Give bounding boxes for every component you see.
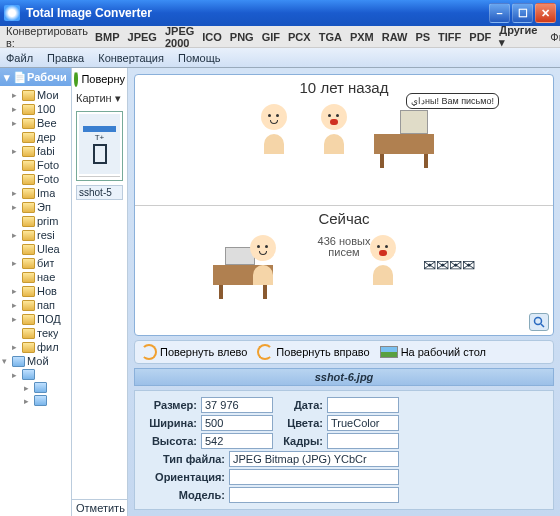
folder-icon [22, 244, 35, 255]
thumbnail-footer [79, 176, 120, 178]
folder-icon [22, 160, 35, 171]
thumbnail-mode-label[interactable]: Картин ▾ [72, 90, 127, 107]
close-button[interactable]: ✕ [535, 3, 556, 23]
preview-title-top: 10 лет назад [300, 79, 389, 96]
thumbnail-image: T+ [79, 114, 120, 174]
tree-item[interactable]: ▸ПОД [0, 312, 71, 326]
menu-file[interactable]: Файл [6, 52, 33, 64]
mark-button[interactable]: Отметить [72, 499, 127, 516]
filter-label: Фильтр: [550, 31, 560, 43]
folder-icon [34, 382, 47, 393]
height-label: Высота: [143, 435, 197, 447]
tree-item[interactable]: дер [0, 130, 71, 144]
preview-title-bottom: Сейчас [318, 210, 369, 227]
tree-item[interactable]: Foto [0, 158, 71, 172]
tree-item[interactable]: Foto [0, 172, 71, 186]
orientation-label: Ориентация: [143, 471, 225, 483]
titlebar: Total Image Converter – ☐ ✕ [0, 0, 560, 26]
folder-icon [22, 90, 35, 101]
tree-item[interactable]: ▸пап [0, 298, 71, 312]
tree-item[interactable]: ▸fabi [0, 144, 71, 158]
set-wallpaper-button[interactable]: На рабочий стол [380, 346, 486, 358]
folder-icon [22, 146, 35, 157]
folder-icon [22, 328, 35, 339]
folder-icon [22, 216, 35, 227]
folder-tree-panel: ▾ 📄 Рабочи ▸Мои▸100▸Beeдер▸fabiFotoFoto▸… [0, 68, 72, 516]
folder-icon [22, 314, 35, 325]
tree-item[interactable]: ▸Эп [0, 200, 71, 214]
tree-item[interactable]: ▸resi [0, 228, 71, 242]
tree-item[interactable]: ▸ [0, 394, 71, 407]
frames-field[interactable] [327, 433, 399, 449]
tree-item[interactable]: ▸фил [0, 340, 71, 354]
thumbnail-item[interactable]: T+ [76, 111, 123, 181]
thumbnail-panel: Поверну Картин ▾ T+ sshot-5 Отметить [72, 68, 128, 516]
refresh-button[interactable]: Поверну [72, 68, 127, 90]
format-pxm[interactable]: PXM [349, 31, 375, 43]
menu-convert[interactable]: Конвертация [98, 52, 164, 64]
thumbnail-filename[interactable]: sshot-5 [76, 185, 123, 200]
folder-icon [22, 369, 35, 380]
tree-item[interactable]: теку [0, 326, 71, 340]
tree-item[interactable]: ▸ [0, 381, 71, 394]
format-ico[interactable]: ICO [201, 31, 223, 43]
tree-item[interactable]: Ulea [0, 242, 71, 256]
folder-icon [22, 258, 35, 269]
format-pcx[interactable]: PCX [287, 31, 312, 43]
format-pdf[interactable]: PDF [468, 31, 492, 43]
date-label: Дата: [277, 399, 323, 411]
height-field[interactable] [201, 433, 273, 449]
svg-point-0 [535, 318, 542, 325]
tree-item[interactable]: ▸ [0, 368, 71, 381]
format-tiff[interactable]: TIFF [437, 31, 462, 43]
filetype-field[interactable] [229, 451, 399, 467]
tree-item[interactable]: ▸Мои [0, 88, 71, 102]
colors-label: Цвета: [277, 417, 323, 429]
refresh-icon [74, 71, 78, 87]
colors-field[interactable] [327, 415, 399, 431]
cartoon-desk [374, 134, 434, 154]
rotate-left-button[interactable]: Повернуть влево [141, 344, 247, 360]
folder-icon [22, 188, 35, 199]
tree-item[interactable]: ▾Мой [0, 354, 71, 368]
tree-item[interactable]: ▸Ima [0, 186, 71, 200]
app-icon [4, 5, 20, 21]
folder-icon [22, 174, 35, 185]
properties-panel: Размер: Дата: Ширина: Цвета: Высота: Кад… [134, 390, 554, 510]
menu-help[interactable]: Помощь [178, 52, 221, 64]
format-tga[interactable]: TGA [318, 31, 343, 43]
orientation-field[interactable] [229, 469, 399, 485]
rotate-right-button[interactable]: Повернуть вправо [257, 344, 369, 360]
format-jpeg2000[interactable]: JPEG 2000 [164, 25, 195, 49]
minimize-button[interactable]: – [489, 3, 510, 23]
action-bar: Повернуть влево Повернуть вправо На рабо… [134, 340, 554, 364]
folder-icon [22, 104, 35, 115]
tree-item[interactable]: ▸Нов [0, 284, 71, 298]
menu-edit[interactable]: Правка [47, 52, 84, 64]
format-jpeg[interactable]: JPEG [127, 31, 158, 43]
width-field[interactable] [201, 415, 273, 431]
tree-item[interactable]: ▸100 [0, 102, 71, 116]
format-png[interactable]: PNG [229, 31, 255, 43]
folder-icon [22, 132, 35, 143]
tree-item[interactable]: ▸бит [0, 256, 71, 270]
format-bmp[interactable]: BMP [94, 31, 120, 43]
model-field[interactable] [229, 487, 399, 503]
cartoon-person [243, 235, 283, 285]
format-gif[interactable]: GIF [261, 31, 281, 43]
main-panel: 10 лет назад دايны! Вам письмо! Сейчас 4… [128, 68, 560, 516]
tree-header[interactable]: ▾ 📄 Рабочи [0, 68, 71, 86]
folder-icon [22, 300, 35, 311]
convert-to-label: Конвертировать в: [6, 25, 88, 49]
date-field[interactable] [327, 397, 399, 413]
size-field[interactable] [201, 397, 273, 413]
format-ps[interactable]: PS [414, 31, 431, 43]
other-formats-button[interactable]: Другие ▾ [498, 24, 538, 49]
tree-item[interactable]: prim [0, 214, 71, 228]
tree-item[interactable]: ▸Bee [0, 116, 71, 130]
format-raw[interactable]: RAW [381, 31, 409, 43]
speech-bubble: دايны! Вам письмо! [406, 93, 499, 109]
zoom-button[interactable] [529, 313, 549, 331]
maximize-button[interactable]: ☐ [512, 3, 533, 23]
tree-item[interactable]: нае [0, 270, 71, 284]
